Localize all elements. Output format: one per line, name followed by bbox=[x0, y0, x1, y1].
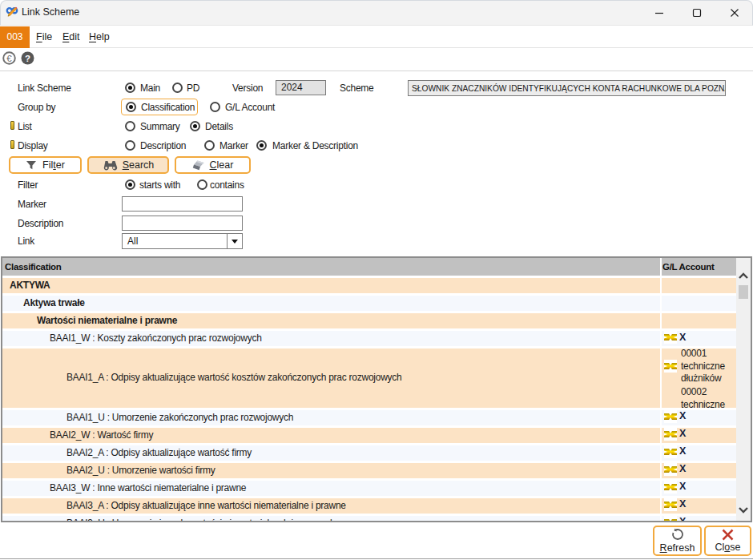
svg-text:?: ? bbox=[25, 54, 30, 63]
svg-text:€: € bbox=[6, 54, 12, 63]
